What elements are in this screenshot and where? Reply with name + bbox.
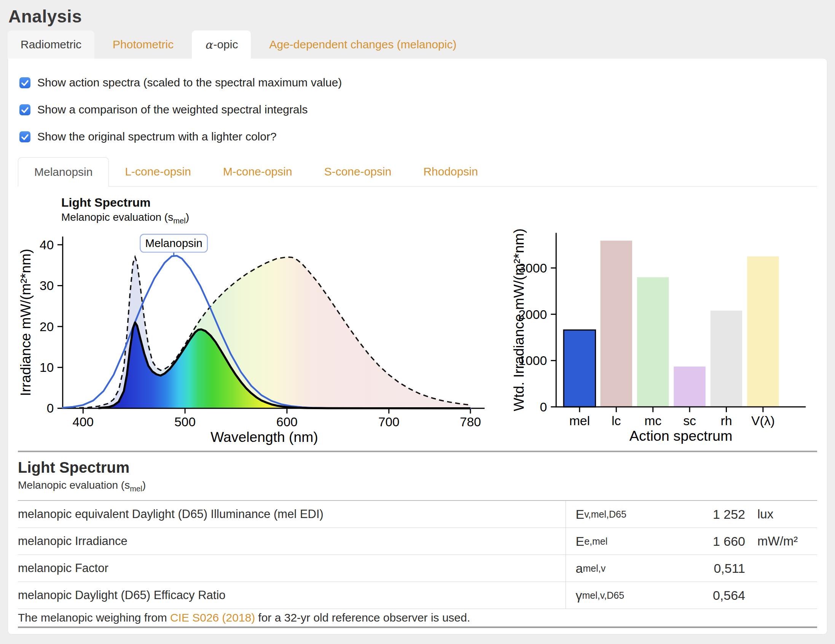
checkbox-checked-icon[interactable] bbox=[19, 104, 31, 115]
svg-text:30: 30 bbox=[40, 279, 54, 293]
row-value: 0,564 bbox=[673, 588, 745, 603]
svg-text:0: 0 bbox=[47, 401, 54, 415]
checkbox-show-original-lighter[interactable]: Show the original spectrum with a lighte… bbox=[19, 130, 817, 143]
tab-age-dependent[interactable]: Age-dependent changes (melanopic) bbox=[256, 31, 469, 59]
row-symbol: γmel,v,D65 bbox=[565, 582, 674, 608]
row-label: melanopic Daylight (D65) Efficacy Ratio bbox=[18, 589, 565, 602]
svg-text:mc: mc bbox=[644, 413, 661, 428]
subtab-l-cone-opsin[interactable]: L-cone-opsin bbox=[109, 157, 207, 186]
subtab-m-cone-opsin[interactable]: M-cone-opsin bbox=[207, 157, 308, 186]
row-label: melanopic Irradiance bbox=[18, 534, 565, 548]
spectrum-plot: 010203040400500600700780Wavelength (nm)I… bbox=[18, 225, 511, 446]
svg-text:20: 20 bbox=[40, 319, 54, 333]
weighted-integral-bar-chart: 0100020003000mellcmcscrhV(λ)Action spect… bbox=[511, 221, 813, 444]
checkbox-show-comparison[interactable]: Show a comparison of the weighted spectr… bbox=[19, 103, 817, 116]
svg-text:sc: sc bbox=[683, 413, 696, 428]
opsin-tab-bar: Melanopsin L-cone-opsin M-cone-opsin S-c… bbox=[18, 157, 817, 187]
melanopic-charts: Light Spectrum Melanopic evaluation (sme… bbox=[18, 190, 817, 445]
checkbox-label[interactable]: Show the original spectrum with a lighte… bbox=[37, 130, 277, 143]
subtab-melanopsin[interactable]: Melanopsin bbox=[18, 157, 109, 187]
results-footnote: The melanopic weighing fromCIE S026 (201… bbox=[18, 609, 817, 628]
alpha-opic-panel: Show action spectra (scaled to the spect… bbox=[8, 59, 827, 634]
row-label: melanopic equivalent Daylight (D65) Illu… bbox=[18, 507, 565, 521]
row-symbol: amel,v bbox=[565, 555, 674, 582]
svg-text:10: 10 bbox=[40, 361, 54, 374]
results-heading: Light Spectrum bbox=[18, 459, 817, 476]
table-row: melanopic equivalent Daylight (D65) Illu… bbox=[18, 501, 817, 528]
row-value: 1 660 bbox=[673, 534, 745, 549]
svg-text:Irradiance mW/(m²*nm): Irradiance mW/(m²*nm) bbox=[18, 249, 34, 396]
svg-text:40: 40 bbox=[40, 237, 54, 252]
spectrum-chart-column: Light Spectrum Melanopic evaluation (sme… bbox=[18, 190, 511, 445]
subtab-s-cone-opsin[interactable]: S-cone-opsin bbox=[308, 157, 408, 186]
row-symbol: Ev,mel,D65 bbox=[565, 501, 674, 527]
row-label: melanopic Factor bbox=[18, 561, 565, 575]
svg-text:500: 500 bbox=[174, 415, 196, 429]
checkbox-checked-icon[interactable] bbox=[19, 131, 31, 142]
svg-text:Action spectrum: Action spectrum bbox=[629, 428, 733, 444]
svg-text:400: 400 bbox=[72, 415, 94, 429]
svg-text:600: 600 bbox=[276, 415, 297, 429]
svg-text:mel: mel bbox=[569, 413, 590, 428]
svg-text:Wavelength (nm): Wavelength (nm) bbox=[210, 429, 318, 445]
table-row: melanopic Irradiance Ee,mel 1 660 mW/m² bbox=[18, 528, 817, 555]
table-row: melanopic Factor amel,v 0,511 bbox=[18, 555, 817, 582]
svg-text:Wtd. Irradiance mW/(m²*nm): Wtd. Irradiance mW/(m²*nm) bbox=[511, 228, 527, 411]
page-title: Analysis bbox=[8, 6, 835, 27]
checkbox-label[interactable]: Show a comparison of the weighted spectr… bbox=[37, 103, 307, 116]
tab-alpha-opic-alpha: α bbox=[205, 38, 212, 51]
main-tab-bar: Radiometric Photometric α-opic Age-depen… bbox=[8, 31, 835, 59]
table-row: melanopic Daylight (D65) Efficacy Ratio … bbox=[18, 582, 817, 609]
row-value: 1 252 bbox=[673, 507, 745, 522]
svg-text:rh: rh bbox=[720, 413, 732, 428]
row-value: 0,511 bbox=[673, 561, 745, 576]
tab-photometric[interactable]: Photometric bbox=[100, 31, 187, 59]
plot-subtitle: Melanopic evaluation (smel) bbox=[61, 211, 511, 225]
svg-text:780: 780 bbox=[460, 415, 481, 429]
subtab-rhodopsin[interactable]: Rhodopsin bbox=[407, 157, 494, 186]
svg-text:V(λ): V(λ) bbox=[751, 413, 775, 428]
results-section: Light Spectrum Melanopic evaluation (sme… bbox=[18, 450, 817, 628]
results-subtitle: Melanopic evaluation (smel) bbox=[18, 479, 817, 501]
checkbox-show-action-spectra[interactable]: Show action spectra (scaled to the spect… bbox=[19, 76, 817, 89]
svg-text:lc: lc bbox=[612, 413, 621, 428]
cie-s026-link[interactable]: CIE S026 (2018) bbox=[170, 611, 255, 624]
row-unit: mW/m² bbox=[745, 534, 817, 548]
svg-text:700: 700 bbox=[378, 415, 400, 429]
row-symbol: Ee,mel bbox=[565, 528, 674, 555]
tab-alpha-opic[interactable]: α-opic bbox=[192, 31, 251, 59]
checkbox-checked-icon[interactable] bbox=[19, 77, 31, 88]
bar-chart-column: 0100020003000mellcmcscrhV(λ)Action spect… bbox=[511, 190, 813, 445]
row-unit: lux bbox=[745, 507, 817, 522]
plot-title: Light Spectrum bbox=[61, 196, 511, 210]
tab-radiometric[interactable]: Radiometric bbox=[8, 31, 94, 59]
tab-alpha-opic-rest: -opic bbox=[213, 38, 238, 51]
checkbox-label[interactable]: Show action spectra (scaled to the spect… bbox=[37, 76, 342, 89]
svg-text:Melanopsin: Melanopsin bbox=[145, 236, 202, 249]
svg-text:0: 0 bbox=[540, 400, 547, 414]
